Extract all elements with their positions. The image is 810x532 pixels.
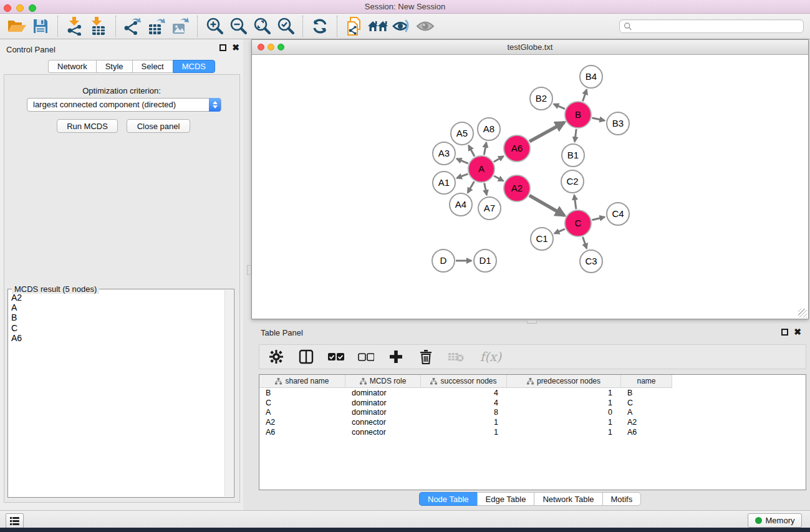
show-selected-button[interactable] — [413, 15, 437, 37]
show-column-button[interactable] — [297, 347, 316, 366]
hide-selected-button[interactable] — [390, 15, 413, 37]
result-item[interactable]: B — [9, 312, 221, 322]
column-header-shared-name[interactable]: shared name — [259, 375, 345, 388]
column-header-name[interactable]: name — [621, 375, 672, 388]
graph-node-A8[interactable]: A8 — [477, 117, 501, 141]
float-panel-icon[interactable] — [219, 44, 226, 51]
search-field[interactable] — [619, 19, 804, 33]
edge-B-B1[interactable] — [575, 129, 577, 142]
tab-network[interactable]: Network — [48, 60, 96, 73]
graph-node-D[interactable]: D — [432, 249, 455, 273]
edge-A-A7[interactable] — [485, 183, 487, 195]
delete-table-button[interactable] — [446, 347, 465, 366]
edge-C-C1[interactable] — [554, 229, 565, 233]
tab-style[interactable]: Style — [96, 60, 132, 73]
network-close-button[interactable] — [258, 44, 264, 51]
add-column-button[interactable] — [387, 347, 405, 366]
graph-node-B4[interactable]: B4 — [579, 65, 603, 89]
graph-node-A4[interactable]: A4 — [449, 193, 473, 216]
maximize-window-button[interactable] — [29, 4, 36, 12]
edge-A-A1[interactable] — [457, 174, 468, 178]
cell-shared-name[interactable]: A2 — [259, 418, 345, 427]
edge-A6-B[interactable] — [529, 122, 564, 142]
run-mcds-button[interactable]: Run MCDS — [57, 119, 118, 133]
graph-node-B2[interactable]: B2 — [529, 87, 553, 110]
cell-name[interactable]: A — [621, 408, 672, 417]
graph-node-D1[interactable]: D1 — [473, 249, 497, 273]
cell-MCDS-role[interactable]: dominator — [345, 389, 421, 397]
cell-successor-nodes[interactable]: 8 — [421, 408, 507, 417]
cell-successor-nodes[interactable]: 1 — [421, 418, 507, 427]
export-table-button[interactable] — [145, 15, 168, 37]
graph-node-C4[interactable]: C4 — [606, 202, 630, 226]
edge-B-B4[interactable] — [582, 90, 586, 101]
splitter-vertical-handle[interactable] — [247, 265, 251, 275]
cell-predecessor-nodes[interactable]: 1 — [507, 428, 621, 437]
edge-A2-C[interactable] — [529, 195, 564, 215]
graph-node-A2[interactable]: A2 — [503, 175, 531, 202]
result-item[interactable]: A2 — [9, 293, 221, 302]
cell-MCDS-role[interactable]: dominator — [345, 399, 421, 407]
delete-column-button[interactable] — [417, 347, 435, 366]
tab-network-table[interactable]: Network Table — [534, 492, 602, 506]
cell-name[interactable]: C — [621, 399, 672, 407]
close-window-button[interactable] — [4, 4, 11, 12]
cell-successor-nodes[interactable]: 4 — [421, 399, 507, 407]
open-session-button[interactable] — [5, 15, 29, 37]
graph-node-C2[interactable]: C2 — [561, 170, 584, 193]
graph-node-A5[interactable]: A5 — [450, 122, 474, 145]
column-header-predecessor-nodes[interactable]: predecessor nodes — [507, 375, 621, 388]
edge-C-C3[interactable] — [582, 237, 586, 248]
cell-predecessor-nodes[interactable]: 1 — [507, 389, 621, 397]
graph-node-A[interactable]: A — [468, 155, 495, 183]
function-builder-button[interactable]: f(x) — [476, 347, 505, 366]
table-settings-button[interactable] — [267, 347, 286, 366]
memory-button[interactable]: Memory — [748, 513, 802, 528]
graph-node-C[interactable]: C — [564, 210, 592, 237]
tab-mcds[interactable]: MCDS — [173, 60, 215, 73]
edge-C-C4[interactable] — [592, 217, 604, 220]
edge-A-A8[interactable] — [484, 143, 486, 155]
edge-C-C2[interactable] — [574, 195, 576, 209]
network-minimize-button[interactable] — [268, 44, 274, 51]
graph-node-A1[interactable]: A1 — [432, 171, 456, 195]
edge-A-A2[interactable] — [494, 176, 503, 181]
table-row[interactable]: A2connector11A2 — [259, 417, 806, 427]
zoom-fit-button[interactable] — [250, 15, 274, 37]
graph-node-C1[interactable]: C1 — [530, 227, 554, 251]
cell-shared-name[interactable]: A — [259, 408, 345, 417]
export-network-button[interactable] — [121, 15, 145, 37]
zoom-in-button[interactable] — [203, 15, 226, 37]
cell-shared-name[interactable]: B — [259, 389, 345, 397]
table-row[interactable]: A6connector11A6 — [259, 427, 806, 437]
cell-predecessor-nodes[interactable]: 1 — [507, 418, 621, 427]
cell-MCDS-role[interactable]: connector — [345, 428, 421, 437]
cell-successor-nodes[interactable]: 4 — [421, 389, 507, 397]
minimize-window-button[interactable] — [16, 4, 24, 12]
open-recent-session-button[interactable] — [342, 15, 366, 37]
show-all-networks-button[interactable] — [366, 15, 390, 37]
tab-select[interactable]: Select — [132, 60, 173, 73]
resize-grip[interactable] — [798, 309, 807, 317]
zoom-out-button[interactable] — [226, 15, 250, 37]
close-panel-button[interactable]: Close panel — [127, 119, 190, 133]
result-item[interactable]: A — [9, 302, 221, 312]
float-table-panel-icon[interactable] — [781, 329, 788, 336]
close-panel-icon[interactable]: ✖ — [232, 44, 239, 51]
network-canvas[interactable]: B4B2BB3A8A5A6A3B1AA1C2A2A4A7C4CC1C3DD1 — [252, 55, 808, 319]
save-session-button[interactable] — [29, 15, 52, 37]
refresh-button[interactable] — [308, 15, 332, 37]
cell-name[interactable]: A6 — [621, 428, 672, 437]
criterion-dropdown[interactable]: largest connected component (directed) — [27, 98, 221, 112]
cell-MCDS-role[interactable]: connector — [345, 418, 421, 427]
result-item[interactable]: C — [9, 323, 221, 333]
tab-motifs[interactable]: Motifs — [602, 492, 642, 506]
cell-shared-name[interactable]: A6 — [259, 428, 345, 437]
table-row[interactable]: Adominator80A — [259, 408, 806, 418]
cell-name[interactable]: B — [621, 389, 672, 397]
cell-predecessor-nodes[interactable]: 0 — [507, 408, 621, 417]
import-table-button[interactable] — [87, 15, 110, 37]
edge-B-B2[interactable] — [554, 104, 565, 109]
graph-node-A3[interactable]: A3 — [432, 142, 456, 165]
cell-successor-nodes[interactable]: 1 — [421, 428, 507, 437]
